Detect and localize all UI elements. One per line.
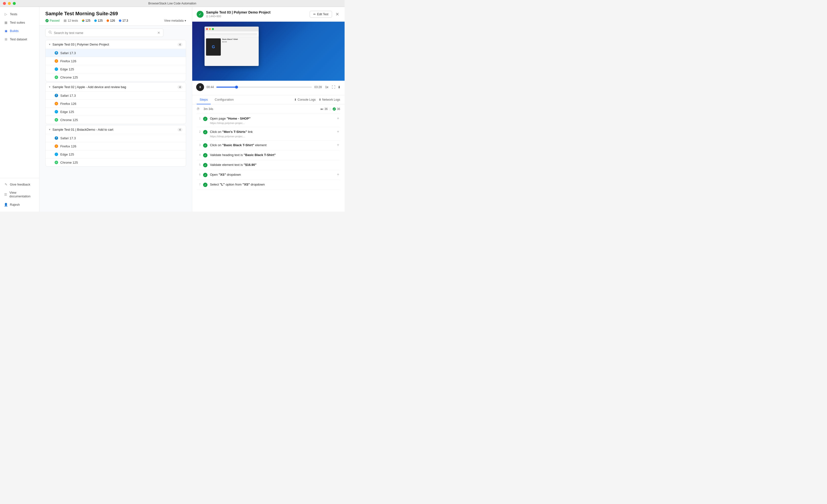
sidebar-label-test-dataset: Test dataset [10, 37, 27, 41]
sidebar-item-give-feedback[interactable]: ✎ Give feedback [0, 180, 39, 189]
svg-point-20 [55, 103, 57, 105]
pause-button[interactable]: ⏸ [196, 83, 204, 91]
safari-icon-2 [54, 94, 58, 97]
test-list: ▾ Sample Test 03 | Polymer Demo Project … [39, 40, 192, 212]
browser-item-safari-2[interactable]: Safari 17.3 [46, 91, 186, 99]
step-expand-6[interactable]: + [336, 172, 340, 177]
svg-line-5 [51, 33, 52, 34]
browser-item-edge-2[interactable]: Edge 125 [46, 107, 186, 116]
progress-bar[interactable] [216, 87, 312, 88]
browser-item-edge-1[interactable]: Edge 125 [46, 65, 186, 73]
google-logo: G [212, 45, 215, 49]
passed-icon [45, 19, 49, 22]
edge-badge: 125 [94, 19, 103, 22]
browser-item-chrome-2[interactable]: Chrome 125 [46, 116, 186, 124]
progress-thumb[interactable] [235, 86, 238, 89]
step-content-2: Click on "Men's T-Shirts" link https://s… [210, 130, 334, 138]
steps-summary-right: ⏭ 36 | 36 [321, 107, 340, 111]
sidebar-item-test-dataset[interactable]: ⊞ Test dataset [0, 35, 39, 43]
titlebar: BrowserStack Low Code Automation [0, 0, 345, 7]
chevron-down-icon: ▾ [185, 19, 186, 22]
panel-close-button[interactable]: ✕ [335, 11, 340, 18]
edit-test-button[interactable]: ✏ Edit Test [310, 11, 332, 18]
browser-item-firefox-1[interactable]: Firefox 126 [46, 57, 186, 65]
browser-name-chrome-3: Chrome 125 [60, 161, 78, 164]
browser-item-chrome-1[interactable]: Chrome 125 [46, 73, 186, 81]
browser-item-safari-3[interactable]: Safari 17.3 [46, 134, 186, 142]
test-group-1-count: 4 [178, 43, 182, 46]
search-input[interactable] [54, 31, 155, 35]
panel-header: ✓ Sample Test 03 | Polymer Demo Project … [192, 7, 345, 22]
step-text-4: Validate heading text is "Basic Black T-… [210, 153, 340, 157]
test-group-1: ▾ Sample Test 03 | Polymer Demo Project … [45, 40, 186, 82]
test-group-3-count: 4 [178, 128, 182, 132]
test-group-1-header[interactable]: ▾ Sample Test 03 | Polymer Demo Project … [46, 40, 186, 49]
sidebar-item-builds[interactable]: ◉ Builds [0, 27, 39, 35]
minimize-button[interactable] [8, 2, 11, 5]
chrome-icon-3 [54, 160, 58, 164]
product-title: Basic Black T-Shirt [222, 38, 257, 40]
network-logs-button[interactable]: ⬇ Network Logs [319, 96, 340, 103]
chrome-icon [54, 75, 58, 79]
step-expand-2[interactable]: + [336, 130, 340, 134]
step-text-6: Open "XS" dropdown [210, 172, 334, 177]
test-group-3-header[interactable]: ▾ Sample Test 01 | BstackDemo - Add to c… [46, 125, 186, 134]
suite-meta: Passed 12 tests 125 125 126 [45, 19, 186, 26]
step-check-7: ✓ [203, 183, 207, 187]
test-group-2-name: Sample Test 02 | Apple - Add device and … [52, 85, 126, 89]
step-num-2: 2 [197, 130, 201, 133]
panel-tabs: Steps Configuration ⬇ Console Logs ⬇ Net… [192, 95, 345, 104]
test-group-3: ▾ Sample Test 01 | BstackDemo - Add to c… [45, 125, 186, 167]
window-titlebar [204, 27, 259, 32]
browser-item-safari-1[interactable]: Safari 17.3 [46, 49, 186, 57]
maximize-button[interactable] [13, 2, 16, 5]
firefox-dot [107, 19, 109, 22]
chevron-icon-3: ▾ [49, 128, 50, 131]
svg-point-24 [56, 119, 57, 120]
console-logs-button[interactable]: ⬇ Console Logs [294, 96, 315, 103]
sidebar-label-give-feedback: Give feedback [10, 183, 30, 186]
steps-summary: ⏱ 3m 34s ⏭ 36 | 36 [197, 104, 340, 114]
test-group-2-count: 4 [178, 85, 182, 89]
sidebar-item-view-documentation[interactable]: ☰ View documentation [0, 189, 39, 200]
svg-rect-3 [64, 21, 66, 22]
builds-icon: ◉ [4, 29, 8, 33]
sidebar-item-user[interactable]: 👤 Rajesh [0, 200, 39, 209]
window-body: G Basic Black T-Shirt $16.90 [204, 37, 259, 66]
user-icon: 👤 [4, 203, 8, 206]
list-icon [63, 19, 67, 22]
browser-name-edge-3: Edge 125 [60, 153, 74, 156]
step-expand-3[interactable]: + [336, 143, 340, 147]
firefox-icon [54, 59, 58, 63]
download-button[interactable]: ⬇ [338, 85, 341, 89]
browser-name-safari-2: Safari 17.3 [60, 94, 76, 97]
panel-status-icon: ✓ [197, 11, 203, 18]
sidebar-item-test-suites[interactable]: ▦ Test suites [0, 18, 39, 27]
step-expand-1[interactable]: + [336, 116, 340, 120]
close-button[interactable] [3, 2, 6, 5]
view-metadata-button[interactable]: View metadata ▾ [164, 19, 186, 22]
product-image: G [206, 38, 221, 56]
svg-point-29 [55, 145, 57, 147]
pencil-icon: ✏ [313, 12, 316, 16]
step-url-2: https://shop.polymer-projec... [210, 135, 334, 138]
step-content-6: Open "XS" dropdown [210, 172, 334, 177]
svg-point-11 [55, 60, 57, 62]
browser-item-chrome-3[interactable]: Chrome 125 [46, 158, 186, 166]
browser-item-edge-3[interactable]: Edge 125 [46, 150, 186, 158]
tab-steps[interactable]: Steps [197, 95, 211, 104]
clear-search-button[interactable]: ✕ [157, 31, 160, 35]
step-item-5: 5 ✓ Validate element text is "$16.90" [197, 160, 340, 170]
safari-icon [54, 51, 58, 55]
speed-button[interactable]: 1x [324, 85, 329, 89]
step-check-3: ✓ [203, 143, 207, 148]
step-check-6: ✓ [203, 173, 207, 177]
fullscreen-button[interactable]: ⛶ [332, 85, 335, 89]
tab-configuration[interactable]: Configuration [212, 95, 237, 104]
sidebar-item-tests[interactable]: ▷ Tests [0, 10, 39, 18]
test-group-2-header[interactable]: ▾ Sample Test 02 | Apple - Add device an… [46, 83, 186, 91]
safari-dot [82, 19, 85, 22]
browser-item-firefox-2[interactable]: Firefox 126 [46, 99, 186, 107]
browser-item-firefox-3[interactable]: Firefox 126 [46, 142, 186, 150]
step-check-1: ✓ [203, 117, 207, 121]
